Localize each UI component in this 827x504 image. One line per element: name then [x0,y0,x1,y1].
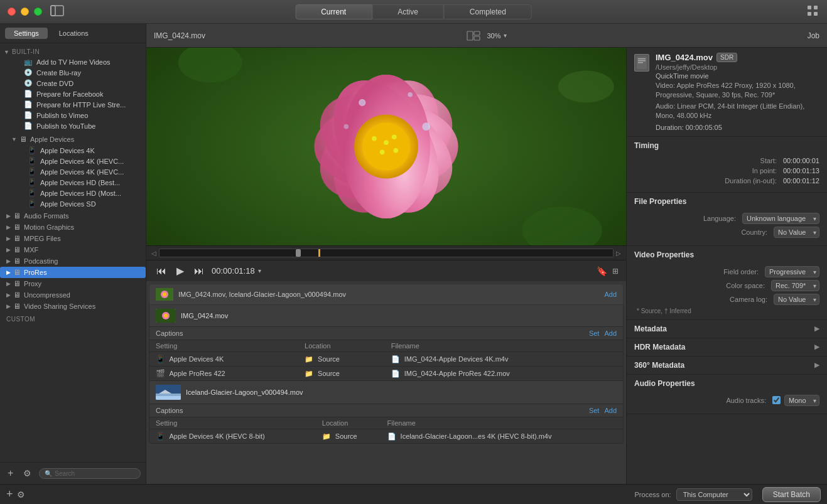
apple-devices-header[interactable]: ▼ 🖥 Apple Devices [0,134,146,145]
bottom-settings-button[interactable]: ⚙ [17,490,25,500]
hdr-metadata-title[interactable]: HDR Metadata ▶ [627,338,827,356]
flower-preview-image [146,48,626,245]
setting-cell-3: 📱 Apple Devices 4K (HEVC 8-bit) [149,429,316,444]
start-row: Start: 00:00:00:01 [634,157,819,164]
job-thumb [156,288,173,301]
scrubber-end-btn[interactable]: ▷ [616,250,621,257]
filename-cell-1: 📄 IMG_0424-Apple Devices 4K.m4v [385,352,623,367]
motion-graphics-label: Motion Graphics [24,223,74,231]
table-row[interactable]: 📱 Apple Devices 4K 📁 Source [149,352,623,367]
file-properties-title[interactable]: File Properties [627,193,827,210]
settings-gear-button[interactable]: ⚙ [21,467,34,480]
section-mxf-header[interactable]: ▶ 🖥 MXF [0,244,146,255]
audio-tracks-select-wrapper: Mono [784,395,819,406]
audio-tracks-controls: Mono [772,395,819,406]
section-podcasting-header[interactable]: ▶ 🖥 Podcasting [0,255,146,267]
set-add-controls-2: Set Add [589,407,617,414]
skip-forward-button[interactable]: ⏭ [192,264,207,278]
zoom-value: 30% [487,32,500,40]
sidebar-item-http-live[interactable]: 📄 Prepare for HTTP Live Stre... [0,99,146,110]
sidebar-item-apple-4k[interactable]: 📱 Apple Devices 4K [0,145,146,156]
timing-title[interactable]: Timing [627,137,827,154]
scrubber-handle[interactable] [296,249,301,257]
svg-rect-4 [808,12,811,16]
section-uncompressed-header[interactable]: ▶ 🖥 Uncompressed [0,289,146,301]
duration-label: Duration (in-out): [714,177,777,185]
table-row[interactable]: 🎬 Apple ProRes 422 📁 Source [149,367,623,381]
layout-toggle-icon[interactable] [807,5,818,18]
svg-rect-44 [638,60,646,62]
bookmark-button[interactable]: 🔖 [597,266,607,276]
sidebar-item-tv-home[interactable]: 📺 Add to TV Home Videos [0,56,146,67]
tab-settings[interactable]: Settings [5,28,48,39]
sidebar-item-apple-hd-most[interactable]: 📱 Apple Devices HD (Most... [0,188,146,198]
view-options-button[interactable]: ⊞ [612,266,619,276]
mxf-arrow: ▶ [6,247,11,253]
tab-active[interactable]: Active [372,4,444,19]
scrubber-track[interactable] [159,249,613,257]
sidebar-item-facebook[interactable]: 📄 Prepare for Facebook [0,88,146,99]
video-sharing-icon: 🖥 [13,302,21,311]
section-video-sharing-header[interactable]: ▶ 🖥 Video Sharing Services [0,301,146,312]
tab-current[interactable]: Current [295,4,372,19]
360-metadata-title[interactable]: 360° Metadata ▶ [627,357,827,374]
fullscreen-button[interactable] [34,8,42,16]
right-type: QuickTime movie [656,72,819,80]
set-button[interactable]: Set [589,330,600,337]
tab-locations[interactable]: Locations [50,28,97,39]
tab-completed[interactable]: Completed [444,4,532,19]
language-select[interactable]: Unknown language [742,213,819,224]
scrubber-start-btn[interactable]: ◁ [151,250,156,257]
sidebar-item-apple-4k-hevc1[interactable]: 📱 Apple Devices 4K (HEVC... [0,156,146,166]
sidebar-item-apple-4k-hevc2[interactable]: 📱 Apple Devices 4K (HEVC... [0,166,146,177]
play-button[interactable]: ▶ [174,264,186,278]
section-mpeg-header[interactable]: ▶ 🖥 MPEG Files [0,233,146,244]
section-motion-graphics-header[interactable]: ▶ 🖥 Motion Graphics [0,222,146,233]
add-button[interactable]: + [5,466,16,480]
file1-thumb [156,309,176,323]
language-row: Language: Unknown language [634,213,819,224]
uncompressed-icon: 🖥 [13,291,21,299]
search-field[interactable]: 🔍 Search [39,468,141,479]
traffic-lights [0,8,42,16]
metadata-title[interactable]: Metadata ▶ [627,320,827,338]
audio-tracks-select[interactable]: Mono [784,395,819,406]
prores-arrow: ▶ [6,269,11,276]
color-space-select[interactable]: Rec. 709* [771,280,819,291]
camera-log-select[interactable]: No Value [774,294,819,305]
mpeg-label: MPEG Files [24,235,61,242]
sidebar-item-vimeo[interactable]: 📄 Publish to Vimeo [0,110,146,121]
audio-properties-title[interactable]: Audio Properties [627,375,827,392]
sidebar-item-apple-hd-best[interactable]: 📱 Apple Devices HD (Best... [0,177,146,188]
file-icon-1: 📄 [391,355,400,363]
timecode-display[interactable]: 00:00:01:18 ▾ [212,266,261,276]
process-select[interactable]: This Computer [676,488,752,501]
sidebar-item-blu-ray[interactable]: 💿 Create Blu-ray [0,67,146,78]
preview-area: ◁ ▷ ⏮ ▶ ⏭ 00:00:01:18 ▾ [146,48,626,484]
add-caption-button-2[interactable]: Add [604,407,617,414]
close-button[interactable] [8,8,16,16]
country-select[interactable]: No Value [774,227,819,238]
add-caption-button[interactable]: Add [604,330,617,337]
window-layout-icon[interactable] [50,5,64,18]
sidebar-item-youtube[interactable]: 📄 Publish to YouTube [0,121,146,131]
sidebar-item-dvd[interactable]: 💿 Create DVD [0,78,146,88]
job-group-add-button[interactable]: Add [604,291,617,298]
http-icon: 📄 [24,100,33,109]
table-row[interactable]: 📱 Apple Devices 4K (HEVC 8-bit) 📁 Source [149,429,623,444]
sidebar-item-apple-sd[interactable]: 📱 Apple Devices SD [0,198,146,209]
start-batch-button[interactable]: Start Batch [762,487,821,502]
section-audio-formats-header[interactable]: ▶ 🖥 Audio Formats [0,210,146,222]
skip-back-button[interactable]: ⏮ [154,264,169,278]
audio-tracks-checkbox[interactable] [772,396,781,404]
minimize-button[interactable] [21,8,29,16]
zoom-control: 30% ▾ [467,31,506,41]
section-built-in-header[interactable]: ▼ BUILT-IN [0,47,146,56]
field-order-select[interactable]: Progressive [765,266,819,277]
set-button-2[interactable]: Set [589,407,600,414]
section-prores-header[interactable]: ▶ 🖥 ProRes [0,267,146,278]
process-on-label: Process on: [635,491,671,498]
section-proxy-header[interactable]: ▶ 🖥 Proxy [0,278,146,289]
add-job-button[interactable]: + [6,488,13,501]
video-properties-title[interactable]: Video Properties [627,246,827,264]
